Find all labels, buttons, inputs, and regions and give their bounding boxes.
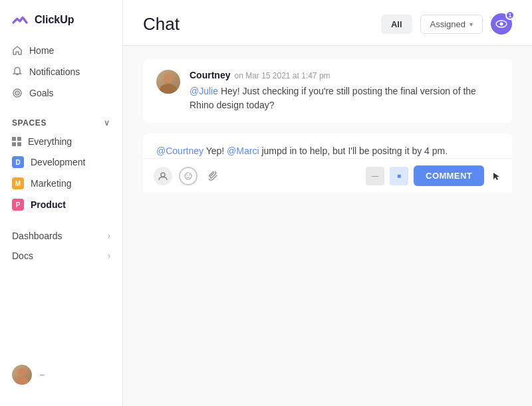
space-item-product[interactable]: P Product xyxy=(5,194,117,215)
svg-point-14 xyxy=(189,174,190,175)
reply-input-bar: — ■ COMMENT xyxy=(143,158,512,193)
home-icon xyxy=(12,45,23,56)
bottom-links: Dashboards › Docs › xyxy=(0,226,122,266)
nav-item-home[interactable]: Home xyxy=(5,40,117,61)
development-dot: D xyxy=(12,156,24,168)
filter-assigned-button[interactable]: Assigned ▾ xyxy=(420,15,483,34)
input-icons xyxy=(154,167,223,185)
nav-list: Home Notifications Goals xyxy=(0,40,122,104)
nav-item-goals[interactable]: Goals xyxy=(5,82,117,104)
space-items-list: Everything D Development M Marketing P P… xyxy=(5,132,117,215)
reply-text: @Courtney Yep! @Marci jumpd in to help, … xyxy=(156,144,499,158)
user-section: – xyxy=(0,354,122,395)
right-actions: — ■ COMMENT xyxy=(366,165,501,186)
header-right: All Assigned ▾ 1 xyxy=(381,13,512,35)
logo-area[interactable]: ClickUp xyxy=(0,11,122,40)
message-content: Courtney on Mar 15 2021 at 1:47 pm @Juli… xyxy=(190,70,499,112)
avatar-image xyxy=(12,365,32,385)
badge-count: 1 xyxy=(505,11,515,20)
message-text: @Julie Hey! Just checking if you're stil… xyxy=(190,84,499,112)
app-name: ClickUp xyxy=(35,14,74,26)
avatar xyxy=(12,365,32,385)
dashboards-link[interactable]: Dashboards › xyxy=(5,226,117,246)
clickup-logo-icon xyxy=(11,11,29,29)
sidebar: ClickUp Home Notifications Goals xyxy=(0,0,123,406)
mention-marci: @Marci xyxy=(227,146,259,156)
svg-point-9 xyxy=(160,84,177,94)
mention-julie: @Julie xyxy=(190,86,218,96)
format-btn-2[interactable]: ■ xyxy=(390,167,408,185)
filter-all-button[interactable]: All xyxy=(381,15,412,34)
spaces-chevron: ∨ xyxy=(104,118,110,128)
page-title: Chat xyxy=(143,14,180,35)
space-item-everything[interactable]: Everything xyxy=(5,132,117,152)
grid-icon xyxy=(12,137,21,146)
svg-point-12 xyxy=(185,173,192,179)
marketing-dot: M xyxy=(12,177,24,189)
courtney-avatar xyxy=(156,70,180,94)
product-dot: P xyxy=(12,199,24,211)
eye-badge[interactable]: 1 xyxy=(491,13,512,35)
svg-point-13 xyxy=(186,174,188,175)
bell-icon xyxy=(12,66,23,77)
main-header: Chat All Assigned ▾ 1 xyxy=(123,0,532,46)
message-header: Courtney on Mar 15 2021 at 1:47 pm xyxy=(190,70,499,80)
spaces-section: Spaces ∨ Everything D Development M Mark… xyxy=(0,114,122,215)
reply-box: @Courtney Yep! @Marci jumpd in to help, … xyxy=(143,134,512,193)
message-author: Courtney xyxy=(190,70,230,80)
docs-link[interactable]: Docs › xyxy=(5,246,117,266)
assigned-chevron-icon: ▾ xyxy=(469,21,473,28)
format-btn-1[interactable]: — xyxy=(366,167,384,185)
chat-area: Courtney on Mar 15 2021 at 1:47 pm @Juli… xyxy=(123,46,532,406)
svg-point-5 xyxy=(18,368,26,376)
emoji-icon-button[interactable] xyxy=(179,167,198,185)
spaces-header[interactable]: Spaces ∨ xyxy=(5,114,117,132)
user-dash: – xyxy=(40,370,45,379)
nav-item-notifications[interactable]: Notifications xyxy=(5,61,117,82)
main-content: Chat All Assigned ▾ 1 xyxy=(123,0,532,406)
space-item-marketing[interactable]: M Marketing xyxy=(5,173,117,194)
user-avatar-area[interactable]: – xyxy=(5,359,117,390)
svg-point-11 xyxy=(161,173,165,177)
chat-message: Courtney on Mar 15 2021 at 1:47 pm @Juli… xyxy=(143,59,512,123)
svg-point-7 xyxy=(500,23,503,26)
message-time: on Mar 15 2021 at 1:47 pm xyxy=(234,71,330,80)
docs-arrow: › xyxy=(108,251,110,260)
dashboards-arrow: › xyxy=(108,231,110,241)
user-icon-button[interactable] xyxy=(154,167,172,185)
comment-button[interactable]: COMMENT xyxy=(414,165,484,186)
cursor-icon xyxy=(492,171,501,181)
mention-courtney: @Courtney xyxy=(156,146,203,156)
svg-point-2 xyxy=(17,92,18,94)
target-icon xyxy=(12,88,23,98)
svg-point-4 xyxy=(15,377,29,385)
svg-point-10 xyxy=(164,74,173,83)
space-item-development[interactable]: D Development xyxy=(5,152,117,173)
attachment-icon-button[interactable] xyxy=(204,167,223,185)
